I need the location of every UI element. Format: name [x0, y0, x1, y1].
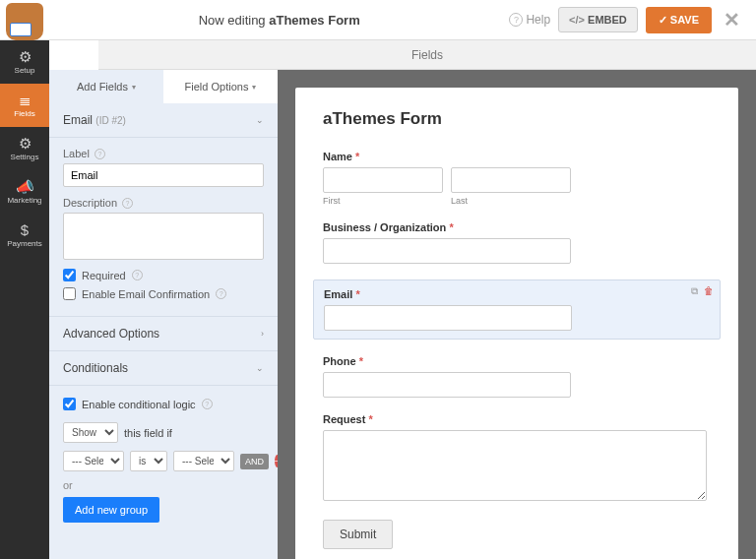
enable-conditional-checkbox[interactable]: [63, 398, 76, 410]
email-input[interactable]: [324, 305, 572, 331]
field-name[interactable]: Name * First Last: [323, 151, 711, 206]
condition-field-select[interactable]: --- Select ...: [63, 451, 124, 471]
embed-button[interactable]: </> EMBED: [558, 7, 638, 32]
chevron-down-icon: ▾: [252, 83, 256, 92]
chevron-down-icon: ▾: [132, 83, 136, 92]
sliders-icon: ⚙: [19, 136, 32, 151]
close-icon[interactable]: ✕: [720, 8, 744, 31]
first-name-input[interactable]: [323, 167, 443, 193]
nav-marketing[interactable]: 📣Marketing: [0, 170, 49, 214]
duplicate-icon[interactable]: ⧉: [691, 285, 698, 297]
dollar-icon: $: [21, 222, 29, 237]
side-nav: ⚙Setup ≣Fields ⚙Settings 📣Marketing $Pay…: [0, 40, 49, 559]
page-title: Now editing aThemes Form: [49, 13, 509, 28]
field-phone[interactable]: Phone *: [323, 355, 711, 398]
megaphone-icon: 📣: [16, 179, 34, 194]
chevron-down-icon: ⌄: [256, 115, 264, 125]
top-bar: Now editing aThemes Form ?Help </> EMBED…: [0, 0, 756, 40]
app-logo: [6, 3, 43, 40]
add-group-button[interactable]: Add new group: [63, 497, 159, 523]
submit-button[interactable]: Submit: [323, 520, 393, 549]
field-request[interactable]: Request *: [323, 413, 711, 504]
description-input[interactable]: [63, 213, 264, 260]
required-checkbox[interactable]: [63, 269, 76, 281]
conditionals-toggle[interactable]: Conditionals⌄: [49, 351, 278, 386]
nav-settings[interactable]: ⚙Settings: [0, 127, 49, 170]
and-button[interactable]: AND: [240, 454, 269, 469]
business-input[interactable]: [323, 238, 571, 264]
field-header[interactable]: Email (ID #2) ⌄: [49, 103, 278, 138]
help-icon[interactable]: ?: [202, 399, 213, 409]
help-icon: ?: [509, 13, 523, 27]
help-icon[interactable]: ?: [216, 288, 226, 299]
label-input[interactable]: [63, 163, 264, 187]
last-name-input[interactable]: [451, 167, 571, 193]
request-textarea[interactable]: [323, 430, 707, 501]
description-label: Description: [63, 197, 117, 209]
help-icon[interactable]: ?: [94, 149, 105, 159]
tab-add-fields[interactable]: Add Fields▾: [49, 70, 163, 103]
nav-payments[interactable]: $Payments: [0, 214, 49, 257]
chevron-down-icon: ⌄: [256, 363, 264, 373]
delete-icon[interactable]: 🗑: [704, 285, 714, 297]
section-title: Fields: [98, 40, 756, 70]
field-email-active[interactable]: ⧉ 🗑 Email *: [313, 280, 721, 340]
list-icon: ≣: [19, 93, 32, 107]
form-canvas: aThemes Form Name * First Last Business …: [278, 70, 756, 559]
save-button[interactable]: SAVE: [646, 7, 712, 33]
form-title: aThemes Form: [323, 109, 711, 129]
options-panel: Add Fields▾ Field Options▾ Email (ID #2)…: [49, 70, 278, 559]
nav-fields[interactable]: ≣Fields: [0, 84, 49, 127]
condition-action-select[interactable]: Show: [63, 422, 118, 443]
field-business[interactable]: Business / Organization *: [323, 221, 711, 264]
nav-setup[interactable]: ⚙Setup: [0, 40, 49, 84]
phone-input[interactable]: [323, 372, 571, 398]
help-icon[interactable]: ?: [132, 270, 143, 280]
advanced-options-toggle[interactable]: Advanced Options›: [49, 317, 278, 351]
condition-value-select[interactable]: --- Select ...: [173, 451, 234, 471]
help-link[interactable]: ?Help: [509, 13, 550, 27]
or-label: or: [63, 479, 264, 491]
help-icon[interactable]: ?: [122, 198, 133, 209]
condition-operator-select[interactable]: is: [130, 451, 167, 471]
confirm-checkbox[interactable]: [63, 287, 76, 300]
chevron-right-icon: ›: [261, 329, 264, 339]
gear-icon: ⚙: [19, 49, 32, 64]
label-label: Label: [63, 148, 90, 159]
tab-field-options[interactable]: Field Options▾: [163, 70, 278, 103]
condition-middle-text: this field if: [124, 427, 172, 439]
form-preview: aThemes Form Name * First Last Business …: [295, 88, 738, 559]
